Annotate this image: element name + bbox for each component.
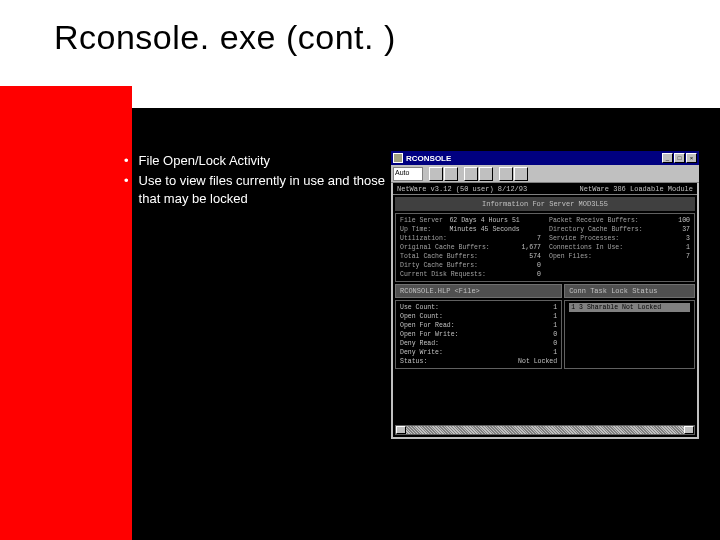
stat-label: Service Processes:: [549, 234, 619, 243]
stat-val: 1: [686, 243, 690, 252]
module-label: NetWare 386 Loadable Module: [580, 185, 693, 192]
fstat-label: Open For Write:: [400, 330, 459, 339]
stat-label: Open Files:: [549, 252, 592, 261]
lock-status: Sharable Not Locked: [587, 304, 661, 311]
stat-val: 62 Days 4 Hours 51 Minutes 45 Seconds: [449, 216, 541, 234]
bullet-text: Use to view files currently in use and t…: [139, 172, 394, 208]
stat-val: 574: [529, 252, 541, 261]
lock-list: 1 3 Sharable Not Locked: [564, 300, 695, 369]
app-icon: [393, 153, 403, 163]
stat-val: 1,677: [521, 243, 541, 252]
fstat-val: Not Locked: [518, 357, 557, 366]
minimize-button[interactable]: _: [662, 153, 673, 163]
bullet-dot-icon: •: [124, 152, 129, 170]
file-detail: Use Count:1 Open Count:1 Open For Read:1…: [395, 300, 695, 369]
fstat-label: Use Count:: [400, 303, 439, 312]
bullet-text: File Open/Lock Activity: [139, 152, 271, 170]
file-stats: Use Count:1 Open Count:1 Open For Read:1…: [395, 300, 562, 369]
stat-label: Connections In Use:: [549, 243, 623, 252]
stat-label: Total Cache Buffers:: [400, 252, 478, 261]
fstat-val: 1: [553, 303, 557, 312]
file-bar-left: RCONSOLE.HLP <File>: [395, 284, 562, 298]
stat-val: 7: [537, 234, 541, 243]
close-button[interactable]: ×: [686, 153, 697, 163]
stat-val: 7: [686, 252, 690, 261]
horizontal-scrollbar[interactable]: [395, 425, 695, 435]
server-stats: File Server Up Time:62 Days 4 Hours 51 M…: [395, 213, 695, 282]
fstat-val: 1: [553, 348, 557, 357]
fstat-label: Deny Write:: [400, 348, 443, 357]
mark-button[interactable]: [464, 167, 478, 181]
fstat-val: 1: [553, 312, 557, 321]
properties-button[interactable]: [499, 167, 513, 181]
fstat-val: 1: [553, 321, 557, 330]
file-bar-right: Conn Task Lock Status: [564, 284, 695, 298]
stat-val: 3: [686, 234, 690, 243]
bullet-list: • File Open/Lock Activity • Use to view …: [124, 152, 394, 210]
slide-title: Rconsole. exe (cont. ): [54, 18, 396, 57]
tool-button[interactable]: [479, 167, 493, 181]
fstat-val: 0: [553, 339, 557, 348]
slide: Rconsole. exe (cont. ) • File Open/Lock …: [0, 0, 720, 540]
font-size-select[interactable]: Auto: [393, 167, 423, 181]
fstat-label: Deny Read:: [400, 339, 439, 348]
file-bar: RCONSOLE.HLP <File> Conn Task Lock Statu…: [395, 284, 695, 298]
stat-label: Current Disk Requests:: [400, 270, 486, 279]
stat-label: Directory Cache Buffers:: [549, 225, 643, 234]
stat-val: 37: [682, 225, 690, 234]
bullet-item: • File Open/Lock Activity: [124, 152, 394, 170]
maximize-button[interactable]: □: [674, 153, 685, 163]
window-controls: _ □ ×: [662, 153, 697, 163]
rconsole-window: RCONSOLE _ □ × Auto NetWare v3.12 (50 us…: [390, 150, 700, 440]
lock-conn: 1: [571, 304, 575, 311]
stat-label: Dirty Cache Buffers:: [400, 261, 478, 270]
copy-button[interactable]: [429, 167, 443, 181]
bullet-item: • Use to view files currently in use and…: [124, 172, 394, 208]
netware-version: NetWare v3.12 (50 user) 8/12/93: [397, 185, 527, 192]
stat-val: 0: [537, 270, 541, 279]
scroll-left-button[interactable]: [396, 426, 406, 434]
toolbar: Auto: [391, 165, 699, 183]
font-button[interactable]: [514, 167, 528, 181]
fstat-label: Status:: [400, 357, 427, 366]
window-title: RCONSOLE: [406, 154, 662, 163]
scroll-right-button[interactable]: [684, 426, 694, 434]
fstat-label: Open For Read:: [400, 321, 455, 330]
paste-button[interactable]: [444, 167, 458, 181]
stat-label: File Server Up Time:: [400, 216, 449, 234]
bullet-dot-icon: •: [124, 172, 129, 208]
lock-task: 3: [579, 304, 583, 311]
fstat-label: Open Count:: [400, 312, 443, 321]
terminal-area: NetWare v3.12 (50 user) 8/12/93 NetWare …: [393, 183, 697, 437]
term-header: NetWare v3.12 (50 user) 8/12/93 NetWare …: [393, 183, 697, 195]
stats-right-col: Packet Receive Buffers:100 Directory Cac…: [549, 216, 690, 279]
stat-val: 0: [537, 261, 541, 270]
server-info-title: Information For Server MOD3L55: [395, 197, 695, 211]
window-titlebar: RCONSOLE _ □ ×: [391, 151, 699, 165]
fstat-val: 0: [553, 330, 557, 339]
stat-label: Original Cache Buffers:: [400, 243, 490, 252]
stat-label: Packet Receive Buffers:: [549, 216, 639, 225]
lock-row: 1 3 Sharable Not Locked: [569, 303, 690, 312]
stat-val: 100: [678, 216, 690, 225]
stat-label: Utilization:: [400, 234, 447, 243]
stats-left-col: File Server Up Time:62 Days 4 Hours 51 M…: [400, 216, 541, 279]
